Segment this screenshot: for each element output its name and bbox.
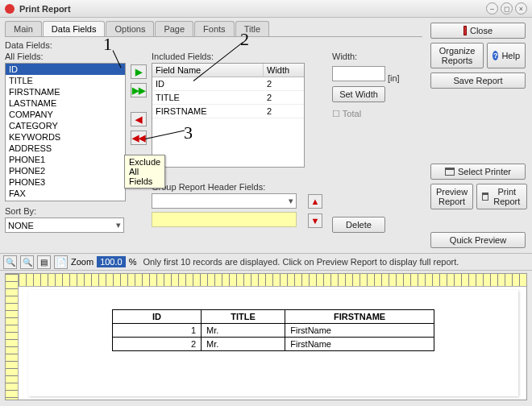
preview-td: Mr. <box>202 338 285 351</box>
fit-page-icon[interactable]: ▤ <box>37 255 51 269</box>
all-fields-label: All Fields: <box>5 52 126 61</box>
close-window-button[interactable]: × <box>515 2 527 14</box>
printer-icon <box>482 193 488 201</box>
minimize-button[interactable]: – <box>486 2 498 14</box>
sort-by-value: NONE <box>8 221 34 230</box>
group-header-label: Group Report Header Fields: <box>152 182 305 192</box>
tab-data-fields[interactable]: Data Fields <box>43 21 106 36</box>
table-row[interactable]: FIRSTNAME2 <box>152 105 304 118</box>
preview-th: FIRSTNAME <box>285 310 434 324</box>
page-icon[interactable]: 📄 <box>54 255 68 269</box>
help-button[interactable]: ?Help <box>487 43 526 68</box>
double-arrow-right-icon: ▶▶ <box>132 85 145 96</box>
list-item[interactable]: PHONE3 <box>6 176 125 188</box>
all-fields-listbox[interactable]: ID TITLE FIRSTNAME LASTNAME COMPANY CATE… <box>5 63 126 201</box>
included-fields-table[interactable]: Field Name Width ID2 TITLE2 FIRSTNAME2 <box>152 63 305 168</box>
total-checkbox[interactable]: ☐ Total <box>332 109 416 119</box>
arrow-down-icon: ▼ <box>311 216 320 226</box>
width-input[interactable] <box>332 66 385 81</box>
arrow-up-icon: ▲ <box>311 197 320 206</box>
tab-bar: Main Data Fields Options Page Fonts Titl… <box>5 21 422 37</box>
col-width: Width <box>264 64 304 77</box>
quick-preview-button[interactable]: Quick Preview <box>430 232 526 248</box>
data-fields-label: Data Fields: <box>5 40 422 50</box>
save-report-button[interactable]: Save Report <box>430 72 526 89</box>
door-icon <box>463 26 467 35</box>
include-one-button[interactable]: ▶ <box>131 64 147 79</box>
preview-th: ID <box>113 310 202 324</box>
preview-td: 1 <box>113 324 202 338</box>
window-title: Print Report <box>19 4 484 14</box>
list-item[interactable]: CATEGORY <box>6 120 125 131</box>
list-item[interactable]: TITLE <box>6 75 125 86</box>
preview-td: Mr. <box>202 324 285 338</box>
tab-fonts[interactable]: Fonts <box>194 21 235 36</box>
zoom-in-icon[interactable]: 🔍 <box>3 255 17 269</box>
zoom-pct: % <box>129 257 137 267</box>
tab-page[interactable]: Page <box>155 21 193 36</box>
sort-by-label: Sort By: <box>5 206 126 216</box>
group-header-value[interactable] <box>152 212 297 227</box>
list-item[interactable]: PHONE1 <box>6 154 125 165</box>
list-item[interactable]: EMAIL <box>6 199 125 201</box>
preview-report-button[interactable]: Preview Report <box>430 184 473 209</box>
chevron-down-icon: ▾ <box>116 220 121 230</box>
arrow-right-icon: ▶ <box>135 67 142 77</box>
preview-td: FirstName <box>285 324 434 338</box>
select-printer-button[interactable]: Select Printer <box>430 164 526 180</box>
tab-main[interactable]: Main <box>5 21 42 36</box>
list-item[interactable]: FAX <box>6 188 125 199</box>
close-button[interactable]: Close <box>430 23 526 39</box>
move-down-button[interactable]: ▼ <box>308 213 322 228</box>
preview-table: ID TITLE FIRSTNAME 1 Mr. FirstName 2 Mr.… <box>112 309 434 351</box>
help-icon: ? <box>493 51 498 60</box>
exclude-one-button[interactable]: ◀ <box>131 112 147 126</box>
printer-icon <box>445 168 455 176</box>
tab-options[interactable]: Options <box>106 21 154 36</box>
app-icon <box>5 4 15 14</box>
table-row[interactable]: ID2 <box>152 77 304 91</box>
exclude-all-tooltip: Exclude All Fields <box>124 155 165 188</box>
double-arrow-left-icon: ◀◀ <box>132 133 145 143</box>
list-item[interactable]: ADDRESS <box>6 143 125 154</box>
status-bar: 🔍 🔍 ▤ 📄 Zoom 100.0 % Only first 10 recor… <box>0 253 532 271</box>
ruler-vertical <box>6 274 19 400</box>
maximize-button[interactable]: ◻ <box>501 2 513 14</box>
preview-td: 2 <box>113 338 202 351</box>
preview-pane[interactable]: ID TITLE FIRSTNAME 1 Mr. FirstName 2 Mr.… <box>5 273 527 400</box>
preview-th: TITLE <box>202 310 285 324</box>
tab-title[interactable]: Title <box>235 21 269 36</box>
preview-page: ID TITLE FIRSTNAME 1 Mr. FirstName 2 Mr.… <box>28 290 518 396</box>
list-item[interactable]: KEYWORDS <box>6 131 125 143</box>
print-report-button[interactable]: Print Report <box>476 184 527 209</box>
preview-td: FirstName <box>285 338 434 351</box>
list-item[interactable]: ID <box>6 64 125 75</box>
include-all-button[interactable]: ▶▶ <box>131 83 147 97</box>
zoom-label: Zoom <box>71 257 94 267</box>
arrow-left-icon: ◀ <box>135 114 142 125</box>
table-row[interactable]: TITLE2 <box>152 91 304 105</box>
group-header-combo[interactable]: ▾ <box>152 193 297 209</box>
ruler-horizontal <box>19 274 526 287</box>
width-unit: [in] <box>388 73 400 83</box>
sort-by-combo[interactable]: NONE ▾ <box>5 218 124 233</box>
titlebar: Print Report – ◻ × <box>0 0 532 18</box>
delete-button[interactable]: Delete <box>332 217 385 233</box>
list-item[interactable]: FIRSTNAME <box>6 86 125 97</box>
status-message: Only first 10 records are displayed. Cli… <box>143 257 459 267</box>
chevron-down-icon: ▾ <box>289 196 293 206</box>
list-item[interactable]: PHONE2 <box>6 165 125 176</box>
list-item[interactable]: COMPANY <box>6 109 125 120</box>
list-item[interactable]: LASTNAME <box>6 97 125 109</box>
move-up-button[interactable]: ▲ <box>308 194 322 209</box>
set-width-button[interactable]: Set Width <box>332 86 385 102</box>
zoom-value[interactable]: 100.0 <box>97 256 126 267</box>
zoom-out-icon[interactable]: 🔍 <box>20 255 34 269</box>
width-label: Width: <box>332 52 416 61</box>
organize-reports-button[interactable]: Organize Reports <box>430 43 484 68</box>
